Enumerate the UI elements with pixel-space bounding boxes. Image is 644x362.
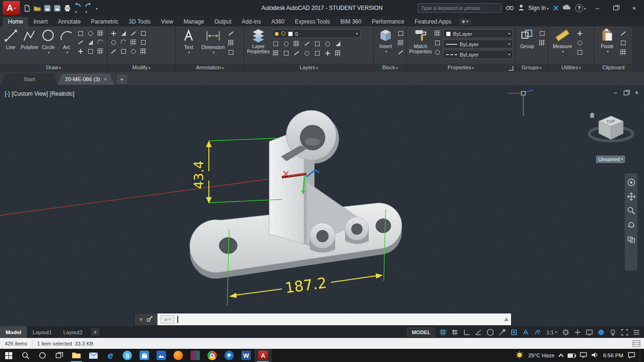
search-input[interactable] xyxy=(418,3,502,13)
properties-paint-tool-icon[interactable] xyxy=(434,39,441,47)
new-layout-button[interactable]: + xyxy=(91,328,99,336)
ellipse-tool-icon[interactable] xyxy=(87,30,94,37)
region-tool-icon[interactable] xyxy=(87,48,94,55)
tab-parametric[interactable]: Parametric xyxy=(86,17,124,26)
network-icon[interactable] xyxy=(580,352,587,359)
paste-special-tool-icon[interactable] xyxy=(619,49,627,56)
ungroup-tool-icon[interactable] xyxy=(538,30,546,37)
construction-line-tool-icon[interactable] xyxy=(77,39,84,46)
polyline-button[interactable]: Polyline xyxy=(21,28,38,50)
action-center-icon[interactable] xyxy=(628,352,635,359)
file-tab-drawing[interactable]: 20-ME-086 (3) × xyxy=(58,74,115,85)
rotate-tool-icon[interactable] xyxy=(120,30,127,37)
tab-view[interactable]: View xyxy=(156,17,179,26)
tab-featured-apps[interactable]: Featured Apps xyxy=(409,17,456,26)
insert-button[interactable]: Insert xyxy=(376,28,395,54)
application-menu-button[interactable] xyxy=(3,1,20,15)
isometric-drafting-toggle[interactable] xyxy=(485,327,496,337)
text-button[interactable]: Text xyxy=(178,28,199,55)
group-button[interactable]: Group xyxy=(518,28,537,49)
photos-icon[interactable] xyxy=(153,349,170,362)
top-ring-hole[interactable] xyxy=(300,125,325,150)
polar-tracking-toggle[interactable] xyxy=(473,327,484,337)
start-button[interactable] xyxy=(0,349,17,362)
dimension-button[interactable]: Dimension xyxy=(201,28,225,55)
object-color-select[interactable]: ByLayer ▾ xyxy=(443,29,513,38)
layout-tab-layout2[interactable]: Layout2 xyxy=(58,326,88,338)
layout-tab-layout1[interactable]: Layout1 xyxy=(27,326,58,338)
modify-panel-label[interactable]: Modify xyxy=(107,64,175,72)
skype-icon[interactable]: S xyxy=(119,349,136,362)
tab-home[interactable]: Home xyxy=(3,17,28,26)
offset-tool-icon[interactable] xyxy=(130,48,137,55)
ortho-mode-toggle[interactable] xyxy=(461,327,472,337)
view-control[interactable]: [Custom View] xyxy=(12,90,48,97)
rectangle-tool-icon[interactable] xyxy=(77,30,84,37)
spline-tool-icon[interactable] xyxy=(97,39,104,46)
workspace-switching-button[interactable] xyxy=(560,327,571,337)
layout-tab-model[interactable]: Model xyxy=(0,326,27,338)
block-panel-label[interactable]: Block xyxy=(374,64,406,72)
explode-tool-icon[interactable] xyxy=(140,48,147,55)
search-binoculars-icon[interactable] xyxy=(506,4,514,12)
polygon-tool-icon[interactable] xyxy=(87,39,94,46)
layer-off-tool-icon[interactable] xyxy=(272,40,280,48)
hardware-acceleration-icon[interactable] xyxy=(584,327,595,337)
clean-screen-toggle[interactable] xyxy=(619,327,630,337)
viewport-canvas[interactable]: 43.4 187.2 TOP xyxy=(0,85,644,326)
annotation-autoscale-toggle[interactable] xyxy=(532,327,543,337)
stay-connected-icon[interactable] xyxy=(563,5,571,12)
taskbar-search-icon[interactable] xyxy=(17,349,34,362)
command-customize-icon[interactable] xyxy=(147,315,153,323)
edge-icon[interactable]: e xyxy=(102,349,119,362)
move-tool-icon[interactable] xyxy=(110,30,117,37)
cut-tool-icon[interactable] xyxy=(619,30,627,37)
maximize-button[interactable] xyxy=(609,2,623,14)
new-drawing-tab-button[interactable]: + xyxy=(117,75,127,83)
mail-icon[interactable] xyxy=(85,349,102,362)
draw-panel-label[interactable]: Draw xyxy=(0,64,107,72)
exchange-apps-icon[interactable] xyxy=(553,5,559,11)
fillet-tool-icon[interactable] xyxy=(120,39,127,46)
command-line-grip[interactable]: × xyxy=(135,313,157,325)
named-view-badge[interactable]: Unnamed ▾ xyxy=(596,156,625,163)
clock-text[interactable]: 6:56 PM xyxy=(603,353,623,358)
trim-tool-icon[interactable] xyxy=(130,30,137,37)
mirror-tool-icon[interactable] xyxy=(110,39,117,46)
store-icon[interactable] xyxy=(136,349,153,362)
winrar-icon[interactable] xyxy=(187,349,204,362)
plot-icon[interactable] xyxy=(64,5,71,12)
chrome-icon[interactable] xyxy=(204,349,221,362)
tab-performance[interactable]: Performance xyxy=(367,17,410,26)
annotation-visibility-toggle[interactable] xyxy=(520,327,531,337)
layer-merge-tool-icon[interactable] xyxy=(282,49,290,57)
annotation-monitor-toggle[interactable] xyxy=(572,327,583,337)
paste-button[interactable]: Paste xyxy=(597,28,618,54)
open-file-icon[interactable] xyxy=(33,5,41,12)
layer-prev-tool-icon[interactable] xyxy=(324,40,331,48)
visual-style-control[interactable]: [Realistic] xyxy=(50,90,74,97)
vertical-dimension-text[interactable]: 43.4 xyxy=(191,161,206,189)
object-snap-tracking-toggle[interactable] xyxy=(496,327,508,337)
sign-in-button[interactable]: Sign In xyxy=(528,5,549,11)
full-navigation-wheel-icon[interactable] xyxy=(627,178,636,187)
close-button[interactable]: × xyxy=(627,2,641,14)
weather-icon[interactable] xyxy=(516,351,523,360)
quick-calc-tool-icon[interactable] xyxy=(576,49,584,56)
tab-express-tools[interactable]: Express Tools xyxy=(290,17,335,26)
cortana-icon[interactable] xyxy=(34,349,51,362)
recent-commands-button[interactable]: > ▾ xyxy=(160,315,174,324)
isolate-objects-button[interactable] xyxy=(607,327,619,337)
word-icon[interactable]: W xyxy=(238,349,255,362)
orbit-icon[interactable] xyxy=(627,221,636,229)
task-view-icon[interactable] xyxy=(51,349,68,362)
properties-list-tool-icon[interactable] xyxy=(434,30,441,37)
layer-lock-tool-icon[interactable] xyxy=(303,40,311,48)
leader-tool-icon[interactable] xyxy=(227,30,235,37)
tab-close-icon[interactable]: × xyxy=(104,76,107,82)
group-edit-tool-icon[interactable] xyxy=(538,39,546,47)
erase-tool-icon[interactable] xyxy=(120,48,127,55)
text-style-tool-icon[interactable] xyxy=(227,49,235,56)
layer-select[interactable]: 0 ▾ xyxy=(272,29,361,38)
annotation-scale-control[interactable]: 1:1 ▾ xyxy=(544,329,560,335)
